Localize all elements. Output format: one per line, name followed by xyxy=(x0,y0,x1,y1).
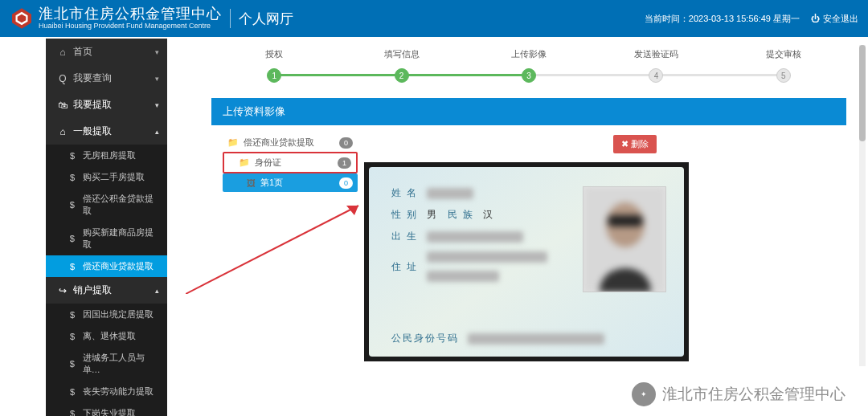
wechat-icon: ✦ xyxy=(632,382,656,406)
sidebar-query[interactable]: Q我要查询▾ xyxy=(46,65,167,92)
svg-marker-4 xyxy=(346,206,358,215)
sidebar-item-secondhand[interactable]: $购买二手房提取 xyxy=(46,166,167,188)
red-arrow-annotation xyxy=(186,198,371,294)
search-icon: Q xyxy=(57,73,68,84)
app-subtitle: 个人网厅 xyxy=(239,10,293,28)
id-sex-label: 性别 xyxy=(391,208,427,222)
step-2: 填写信息2 xyxy=(338,48,465,83)
svg-line-3 xyxy=(186,206,358,294)
sidebar-item-rent[interactable]: $无房租房提取 xyxy=(46,145,167,166)
sidebar-withdraw[interactable]: 🛍我要提取▾ xyxy=(46,92,167,118)
header-divider xyxy=(230,9,231,28)
app-title-cn: 淮北市住房公积金管理中心 xyxy=(39,6,222,22)
sidebar-item-abroad[interactable]: $因国出境定居提取 xyxy=(46,304,167,325)
home-icon: ⌂ xyxy=(57,47,68,58)
sidebar-item-bizloan[interactable]: $偿还商业贷款提取 xyxy=(46,255,167,277)
id-name-label: 姓名 xyxy=(391,186,427,200)
svg-rect-7 xyxy=(608,215,643,226)
folder-icon: 📁 xyxy=(227,137,239,148)
id-sex-value: 男 xyxy=(427,208,436,222)
id-photo xyxy=(583,186,666,292)
sidebar-group-general[interactable]: ⌂一般提取▴ xyxy=(46,118,167,145)
id-number-label: 公民身份号码 xyxy=(391,332,459,344)
tree-page-1[interactable]: 🖼第1页0 xyxy=(223,173,358,192)
sidebar-home[interactable]: ⌂首页▾ xyxy=(46,39,167,65)
sidebar-item-migrant[interactable]: $进城务工人员与单… xyxy=(46,347,167,381)
dollar-icon: $ xyxy=(67,151,78,161)
step-bar: 授权1 填写信息2 上传影像3 发送验证码4 提交审核5 xyxy=(211,48,847,83)
sidebar: ⌂首页▾ Q我要查询▾ 🛍我要提取▾ ⌂一般提取▴ $无房租房提取 $购买二手房… xyxy=(46,39,167,392)
id-birth-label: 出生 xyxy=(391,230,427,243)
chevron-up-icon: ▴ xyxy=(155,128,159,136)
id-addr-label: 住址 xyxy=(391,260,427,274)
panel-title: 上传资料影像 xyxy=(211,98,846,125)
power-icon: ⏻ xyxy=(811,14,820,23)
tree-root[interactable]: 📁偿还商业贷款提取0 xyxy=(223,133,358,152)
step-3: 上传影像3 xyxy=(465,48,592,83)
arrow-icon: ↪ xyxy=(57,285,68,296)
sidebar-item-retire[interactable]: $离、退休提取 xyxy=(46,325,167,347)
time-display: 当前时间：2023-03-13 15:56:49 星期一 xyxy=(645,13,800,25)
watermark: ✦ 淮北市住房公积金管理中心 xyxy=(632,382,845,406)
tree-id-folder[interactable]: 📁身份证1 xyxy=(223,152,358,173)
id-nation-value: 汉 xyxy=(483,208,493,222)
folder-icon: 📁 xyxy=(239,157,250,168)
delete-button[interactable]: ✖ 删除 xyxy=(613,135,657,153)
image-icon: 🖼 xyxy=(247,178,256,188)
id-card-preview: 姓名 性别男民族汉 出生 住址 公民身份号码 xyxy=(364,162,689,361)
file-tree: 📁偿还商业贷款提取0 📁身份证1 🖼第1页0 xyxy=(223,133,358,192)
main-content: 授权1 填写信息2 上传影像3 发送验证码4 提交审核5 上传资料影像 📁偿还商… xyxy=(167,37,868,416)
logo-icon xyxy=(10,6,34,31)
app-title-en: Huaibei Housing Provident Fund Managemen… xyxy=(39,22,222,31)
sidebar-group-close[interactable]: ↪销户提取▴ xyxy=(46,277,167,304)
sidebar-item-fundloan[interactable]: $偿还公积金贷款提取 xyxy=(46,188,167,222)
logout-button[interactable]: ⏻ 安全退出 xyxy=(811,13,858,25)
scrollbar-thumb[interactable] xyxy=(859,45,866,141)
sidebar-item-unemployed[interactable]: $下岗失业提取 xyxy=(46,402,167,416)
step-4: 发送验证码4 xyxy=(592,48,719,83)
step-1: 授权1 xyxy=(211,48,338,83)
chevron-down-icon: ▾ xyxy=(155,48,159,56)
app-header: 淮北市住房公积金管理中心 Huaibei Housing Provident F… xyxy=(0,0,868,37)
house-icon: ⌂ xyxy=(57,126,68,137)
bag-icon: 🛍 xyxy=(57,100,68,111)
id-nation-label: 民族 xyxy=(448,208,483,222)
upload-panel: 上传资料影像 📁偿还商业贷款提取0 📁身份证1 🖼第1页0 ✖ 删除 姓名 性别… xyxy=(211,97,847,416)
scrollbar[interactable] xyxy=(859,45,866,366)
sidebar-item-newhouse[interactable]: $购买新建商品房提取 xyxy=(46,222,167,255)
sidebar-item-disability[interactable]: $丧失劳动能力提取 xyxy=(46,381,167,402)
step-5: 提交审核5 xyxy=(720,48,847,83)
